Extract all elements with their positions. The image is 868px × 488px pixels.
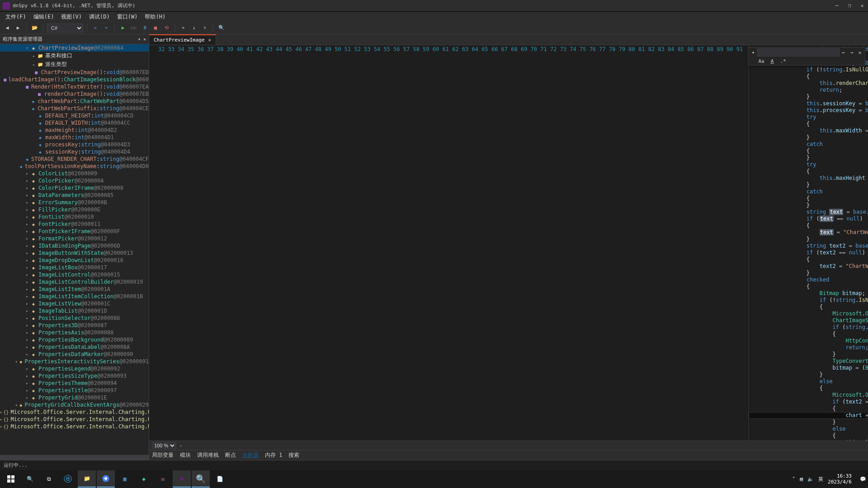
sidebar-scrollbar[interactable] bbox=[0, 455, 149, 460]
stop-icon[interactable]: ■ bbox=[151, 23, 160, 33]
taskview-icon[interactable]: ⧉ bbox=[40, 470, 58, 488]
tree-node[interactable]: ▸◆IDataBindingPage @0200006D bbox=[0, 242, 149, 249]
tree-node[interactable]: ■Render(HtmlTextWriter) : void @060007EA bbox=[0, 83, 149, 90]
find-expand-icon[interactable]: ▾ bbox=[749, 50, 757, 56]
notification-icon[interactable]: 💬 bbox=[860, 476, 866, 482]
bottom-tab[interactable]: 局部变量 bbox=[152, 451, 174, 459]
whole-word-icon[interactable]: A bbox=[768, 58, 776, 64]
minimize-button[interactable]: ─ bbox=[834, 3, 840, 9]
tree-view[interactable]: ▾◆ChartPreviewImage @02000084▸📁基类和接口▸📁派生… bbox=[0, 44, 149, 455]
step-out-icon[interactable]: ↑ bbox=[200, 23, 209, 33]
tree-node[interactable]: ▸◆PropertyGridCallbackEventArgs @0200002… bbox=[0, 401, 149, 408]
tray-up-icon[interactable]: ˄ bbox=[793, 476, 795, 482]
tree-node[interactable]: ▸◆ImageListControlBuilder @02000019 bbox=[0, 278, 149, 286]
tab-close-icon[interactable]: ✕ bbox=[208, 37, 212, 43]
bottom-tab[interactable]: 调用堆栈 bbox=[197, 451, 219, 459]
tree-node[interactable]: ■ChartPreviewImage() : void @060007ED bbox=[0, 69, 149, 76]
tree-node[interactable]: ▸◆FontList @02000010 bbox=[0, 213, 149, 221]
tree-node[interactable]: ◈STORAGE_RENDER_CHART : string @040004CF bbox=[0, 155, 149, 163]
step-over-icon[interactable]: ↷ bbox=[179, 23, 188, 33]
tree-node[interactable]: ◈sessionKey : string @040004D4 bbox=[0, 148, 149, 155]
tab-chartpreviewimage[interactable]: ChartPreviewImage ✕ bbox=[149, 34, 216, 45]
tree-node[interactable]: ◈maxWidth : int @040004D1 bbox=[0, 134, 149, 141]
tree-node[interactable]: ▸{}Microsoft.Office.Server.Internal.Char… bbox=[0, 416, 149, 423]
tree-node[interactable]: ▸📁派生类型 bbox=[0, 60, 149, 69]
tree-node[interactable]: ▸◆PropertiesTitle @02000097 bbox=[0, 387, 149, 394]
tree-node[interactable]: ▾◆ChartPreviewImage @02000084 bbox=[0, 44, 149, 52]
app2-icon[interactable]: ◆ bbox=[135, 470, 153, 488]
everything-icon[interactable]: 🔍 bbox=[192, 470, 210, 488]
tree-node[interactable]: ▸◆FillPicker @0200000E bbox=[0, 206, 149, 213]
tree-node[interactable]: ▸◆PropertiesDataMarker @02000090 bbox=[0, 351, 149, 358]
code-area[interactable]: protected override void Render(HtmlTextW… bbox=[749, 45, 868, 441]
bottom-tab[interactable]: 分析器 bbox=[242, 451, 259, 459]
bottom-tab[interactable]: 内存 1 bbox=[265, 451, 282, 459]
find-prev-icon[interactable]: ← bbox=[840, 50, 848, 56]
tree-node[interactable]: ▸◆PropertiesBackground @02000089 bbox=[0, 336, 149, 343]
language-combo[interactable]: C# bbox=[47, 23, 83, 33]
tree-node[interactable]: ▸◆PositionSelector @02000086 bbox=[0, 314, 149, 322]
tree-node[interactable]: ▸◆ImageButtonWithState @02000013 bbox=[0, 249, 149, 257]
nav-back-icon[interactable]: ◀ bbox=[3, 23, 12, 33]
restart-icon[interactable]: ⟲ bbox=[162, 23, 171, 33]
lang-indicator[interactable]: 英 bbox=[818, 476, 823, 483]
tree-node[interactable]: ▸◆ImageListBox @02000017 bbox=[0, 264, 149, 271]
panel-close-icon[interactable]: ✕ bbox=[143, 37, 146, 42]
tree-node[interactable]: ▸◆FormatPicker @02000012 bbox=[0, 235, 149, 242]
menu-file[interactable]: 文件(F) bbox=[2, 12, 30, 22]
tree-node[interactable]: ▸◆PropertiesLegend @02000092 bbox=[0, 365, 149, 372]
tree-node[interactable]: ▸◆DataParameters @02000085 bbox=[0, 192, 149, 199]
tree-node[interactable]: ▸◆Properties3D @02000087 bbox=[0, 322, 149, 329]
run-icon[interactable]: ▶ bbox=[118, 23, 127, 33]
pause-icon[interactable]: ⏸ bbox=[140, 23, 149, 33]
search-taskbar-icon[interactable]: 🔍 bbox=[21, 470, 39, 488]
tree-node[interactable]: ◈chartWebPart : ChartWebPart @040004D5 bbox=[0, 98, 149, 105]
menu-help[interactable]: 帮助(H) bbox=[141, 12, 169, 22]
tree-node[interactable]: ▸◆ImageListItemCollection @0200001B bbox=[0, 293, 149, 300]
chrome-icon[interactable] bbox=[97, 470, 115, 488]
tree-node[interactable]: ▸📁基类和接口 bbox=[0, 52, 149, 60]
tree-node[interactable]: ▸◆PropertiesTheme @02000094 bbox=[0, 380, 149, 387]
nav-forward-icon[interactable]: ▶ bbox=[14, 23, 23, 33]
menu-view[interactable]: 视图(V) bbox=[57, 12, 85, 22]
find-next-icon[interactable]: → bbox=[848, 50, 856, 56]
menu-window[interactable]: 窗口(W) bbox=[113, 12, 142, 22]
step-into-icon[interactable]: ↓ bbox=[189, 23, 198, 33]
continue-icon[interactable]: ▷▷ bbox=[129, 23, 138, 33]
tree-node[interactable]: ◈maxHeight : int @040004D2 bbox=[0, 127, 149, 134]
start-button[interactable] bbox=[2, 470, 20, 488]
panel-dropdown-icon[interactable]: ▾ bbox=[138, 37, 141, 42]
explorer-icon[interactable]: 📁 bbox=[78, 470, 96, 488]
mail-icon[interactable]: ✉ bbox=[154, 470, 172, 488]
search-icon[interactable]: 🔍 bbox=[217, 23, 226, 33]
tree-node[interactable]: ▸◆ImageListControl @02000015 bbox=[0, 271, 149, 278]
tree-node[interactable]: ▸◆FontPickerIFrame @0200000F bbox=[0, 228, 149, 235]
tree-node[interactable]: ▸◆ColorPicker @0200000A bbox=[0, 177, 149, 184]
tree-node[interactable]: ◈DEFAULT_WIDTH : int @040004CC bbox=[0, 119, 149, 127]
tree-node[interactable]: ▸◆ColorList @02000009 bbox=[0, 170, 149, 177]
zoom-combo[interactable]: 100 % bbox=[152, 442, 176, 449]
find-input[interactable] bbox=[757, 48, 840, 56]
tree-node[interactable]: ◈DEFAULT_HEIGHT : int @040004CD bbox=[0, 112, 149, 119]
tree-node[interactable]: ▸◆PropertiesDataLabel @0200008A bbox=[0, 343, 149, 351]
tree-node[interactable]: ▸◆ImageDropDownList @02000016 bbox=[0, 257, 149, 264]
system-tray[interactable]: ˄ ▤ 🔈 英 16:33 2023/4/6 💬 bbox=[793, 473, 866, 485]
close-button[interactable]: ✕ bbox=[859, 3, 865, 9]
bottom-tab[interactable]: 搜索 bbox=[288, 451, 299, 459]
menu-edit[interactable]: 编辑(E) bbox=[30, 12, 58, 22]
tree-node[interactable]: ▸◆FontPicker @02000011 bbox=[0, 221, 149, 228]
volume-icon[interactable]: 🔈 bbox=[807, 476, 814, 482]
tree-node[interactable]: ▸◆ImageListView @0200001C bbox=[0, 300, 149, 307]
tree-node[interactable]: ▸◆PropertiesSizeType @02000093 bbox=[0, 372, 149, 380]
find-close-icon[interactable]: ✕ bbox=[856, 50, 864, 56]
tree-node[interactable]: ▸{}Microsoft.Office.Server.Internal.Char… bbox=[0, 408, 149, 416]
tree-node[interactable]: ■renderChartImage() : void @060007EB bbox=[0, 90, 149, 98]
app1-icon[interactable]: ▦ bbox=[116, 470, 134, 488]
tree-node[interactable]: ▸◆ImageListItem @0200001A bbox=[0, 286, 149, 293]
tree-node[interactable]: ▸◆PropertiesAxis @02000088 bbox=[0, 329, 149, 336]
maximize-button[interactable]: ❐ bbox=[846, 3, 853, 9]
dnspy-icon[interactable]: ▣ bbox=[173, 470, 191, 488]
match-case-icon[interactable]: Aa bbox=[757, 58, 765, 64]
tree-node[interactable]: ◈toolPartSessionKeyName : string @040004… bbox=[0, 163, 149, 170]
clock[interactable]: 16:33 2023/4/6 bbox=[828, 473, 852, 485]
